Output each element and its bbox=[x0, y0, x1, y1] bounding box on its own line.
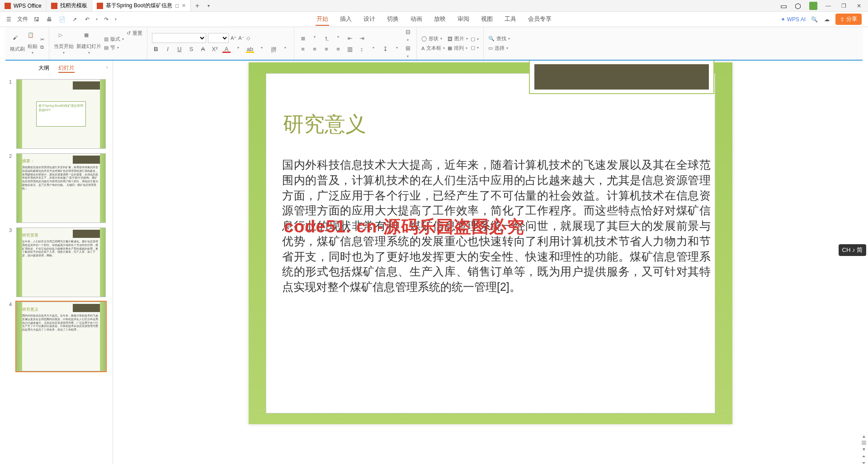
indent-inc-button[interactable]: ⇥ bbox=[358, 35, 366, 43]
underline-button[interactable]: U bbox=[175, 46, 184, 54]
line-spacing-button[interactable]: ↕ bbox=[358, 46, 366, 52]
new-slide-button[interactable]: ▦新建幻灯片▾ bbox=[76, 32, 101, 55]
columns-button[interactable]: ▥ bbox=[346, 46, 354, 52]
tab-slides[interactable]: 幻灯片 bbox=[58, 64, 75, 73]
wps-ai-button[interactable]: ✦ WPS AI bbox=[781, 16, 806, 23]
font-color-button[interactable]: A bbox=[222, 46, 231, 54]
slide-thumb-4[interactable]: 研究意义国内外科技信息技术大大提高。近年来，随着计算机技术的飞速发展以及其在全球… bbox=[16, 302, 106, 371]
layout-button[interactable]: ▥版式▾ bbox=[104, 36, 124, 43]
collapse-panel-icon[interactable]: ‹ bbox=[106, 64, 108, 70]
thumbnail-list[interactable]: 1 基于Spring Boot的煤矿信息管理系统PPT 2 摘要：系统阐述优者的… bbox=[0, 76, 113, 464]
find-button[interactable]: 🔍查找▾ bbox=[488, 35, 510, 42]
scroll-up-icon[interactable]: ▲ bbox=[862, 434, 866, 439]
clear-format-button[interactable]: ◇ bbox=[246, 33, 250, 43]
slide-thumb-2[interactable]: 摘要：系统阐述优者的背景理论进行开发和扩展，采用基本对象的开发的基础和建模化的开… bbox=[16, 153, 106, 223]
textbox-button[interactable]: A文本框▾ bbox=[421, 45, 445, 52]
number-list-button[interactable]: ⒈ bbox=[322, 35, 330, 43]
cloud-icon[interactable]: ☁ bbox=[823, 15, 831, 24]
tab-list-dropdown[interactable]: ▾ bbox=[204, 0, 213, 11]
undo-dropdown[interactable]: ▾ bbox=[96, 17, 98, 21]
share-button[interactable]: ⇪ 分享 bbox=[835, 14, 862, 25]
select-button[interactable]: ▭选择▾ bbox=[488, 45, 510, 52]
redo-dropdown[interactable]: ▾ bbox=[115, 17, 117, 21]
font-color-dropdown[interactable]: ▾ bbox=[234, 46, 242, 54]
print-preview-icon[interactable]: 📄 bbox=[58, 15, 66, 24]
font-family-select[interactable] bbox=[152, 33, 206, 43]
menu-member[interactable]: 会员专享 bbox=[527, 13, 552, 26]
italic-button[interactable]: I bbox=[164, 46, 172, 54]
user-avatar[interactable] bbox=[809, 2, 817, 10]
tab-template[interactable]: 找稻壳模板 bbox=[47, 0, 92, 11]
decrease-font-button[interactable]: A⁻ bbox=[238, 33, 244, 43]
fill-button[interactable]: ▢▾ bbox=[471, 36, 479, 42]
outline-button[interactable]: ▢▾ bbox=[471, 45, 479, 51]
increase-font-button[interactable]: A⁺ bbox=[231, 33, 236, 43]
maximize-button[interactable]: ❐ bbox=[839, 1, 848, 10]
format-painter-button[interactable]: 🖌格式刷 bbox=[10, 35, 25, 52]
slide-canvas[interactable]: 研究意义 国内外科技信息技术大大提高，近年来，随着计算机技术的飞速发展以及其在全… bbox=[249, 62, 732, 424]
new-tab-button[interactable]: + bbox=[191, 0, 204, 11]
arrange-button[interactable]: ▦排列▾ bbox=[448, 45, 468, 52]
bullet-list-button[interactable]: ≣ bbox=[299, 35, 307, 43]
highlight-dropdown[interactable]: ▾ bbox=[258, 46, 266, 54]
shape-button[interactable]: ◯形状▾ bbox=[421, 35, 445, 42]
undo-button[interactable]: ↶ bbox=[83, 15, 91, 24]
menu-animation[interactable]: 动画 bbox=[410, 13, 423, 26]
font-size-select[interactable] bbox=[208, 33, 229, 43]
file-menu[interactable]: 文件 bbox=[17, 15, 28, 23]
pinyin-button[interactable]: 拼 bbox=[269, 46, 278, 54]
slide-thumb-1[interactable]: 基于Spring Boot的煤矿信息管理系统PPT bbox=[16, 79, 106, 149]
redo-button[interactable]: ↷ bbox=[102, 15, 110, 24]
menu-slideshow[interactable]: 放映 bbox=[433, 13, 447, 26]
menu-design[interactable]: 设计 bbox=[363, 13, 376, 26]
close-icon[interactable]: ✕ bbox=[182, 3, 186, 9]
slide-title[interactable]: 研究意义 bbox=[283, 110, 366, 138]
save-icon[interactable]: 🖫 bbox=[33, 15, 41, 24]
close-button[interactable]: ✕ bbox=[854, 1, 863, 10]
superscript-button[interactable]: X² bbox=[211, 46, 219, 54]
tab-preview-icon[interactable]: ◻ bbox=[175, 3, 179, 9]
copy-button[interactable]: ⧉ bbox=[40, 44, 44, 50]
menu-insert[interactable]: 插入 bbox=[339, 13, 353, 26]
ime-indicator[interactable]: CH ♪ 简 bbox=[839, 244, 867, 256]
scroll-down-icon[interactable]: ▼ bbox=[862, 447, 866, 452]
tab-wps-home[interactable]: WPS Office bbox=[0, 0, 47, 11]
window-mode-icon[interactable]: ▭ bbox=[780, 2, 788, 10]
shadow-button[interactable]: S bbox=[187, 46, 195, 54]
cube-icon[interactable]: ⬡ bbox=[795, 2, 803, 10]
scroll-thumb[interactable] bbox=[862, 440, 866, 445]
tab-outline[interactable]: 大纲 bbox=[38, 64, 49, 73]
slide-thumb-3[interactable]: 研究背景近年来，人们的生活方式已经网为主最不断进化。煤矿信息管理系统是其中的一个… bbox=[16, 227, 106, 297]
section-button[interactable]: ▤节▾ bbox=[104, 44, 124, 51]
search-icon[interactable]: 🔍 bbox=[810, 15, 818, 24]
align-center-button[interactable]: ≡ bbox=[311, 46, 319, 52]
start-from-current-button[interactable]: ▷当页开始▾ bbox=[54, 32, 74, 55]
menu-review[interactable]: 审阅 bbox=[457, 13, 470, 26]
strike-button[interactable]: A bbox=[199, 46, 207, 54]
cut-button[interactable]: ✂ bbox=[40, 37, 44, 43]
menu-start[interactable]: 开始 bbox=[316, 13, 329, 26]
print-icon[interactable]: 🖶 bbox=[45, 15, 53, 24]
reset-button[interactable]: ↺重置 bbox=[127, 30, 142, 37]
align-justify-button[interactable]: ≡ bbox=[334, 46, 342, 52]
indent-dec-button[interactable]: ⇤ bbox=[346, 35, 354, 43]
align-vertical-button[interactable]: ⊟ bbox=[404, 28, 412, 35]
bold-button[interactable]: B bbox=[152, 46, 160, 54]
align-right-button[interactable]: ≡ bbox=[322, 46, 330, 52]
picture-button[interactable]: 🖼图片▾ bbox=[448, 35, 468, 42]
hamburger-icon[interactable]: ☰ bbox=[5, 15, 13, 24]
convert-smartart-button[interactable]: ⊞ bbox=[404, 45, 412, 52]
canvas-scroll[interactable]: 研究意义 国内外科技信息技术大大提高，近年来，随着计算机技术的飞速发展以及其在全… bbox=[113, 61, 868, 464]
minimize-button[interactable]: — bbox=[824, 1, 833, 10]
tab-document[interactable]: 基于Spring Boot的煤矿信息 ◻ ✕ bbox=[92, 0, 191, 11]
menu-tools[interactable]: 工具 bbox=[504, 13, 517, 26]
align-left-button[interactable]: ≡ bbox=[299, 46, 307, 52]
paste-button[interactable]: 📋粘贴▾ bbox=[28, 32, 38, 55]
highlight-button[interactable]: ab bbox=[246, 46, 254, 54]
prev-slide-icon[interactable]: ⏶ bbox=[862, 454, 866, 459]
vertical-scrollbar[interactable]: ▲ ▼ ⏶ ⏷ bbox=[861, 62, 867, 464]
text-direction-button[interactable]: ↧ bbox=[381, 46, 389, 52]
next-slide-icon[interactable]: ⏷ bbox=[862, 460, 866, 464]
menu-transition[interactable]: 切换 bbox=[386, 13, 400, 26]
export-icon[interactable]: ↗ bbox=[71, 15, 79, 24]
